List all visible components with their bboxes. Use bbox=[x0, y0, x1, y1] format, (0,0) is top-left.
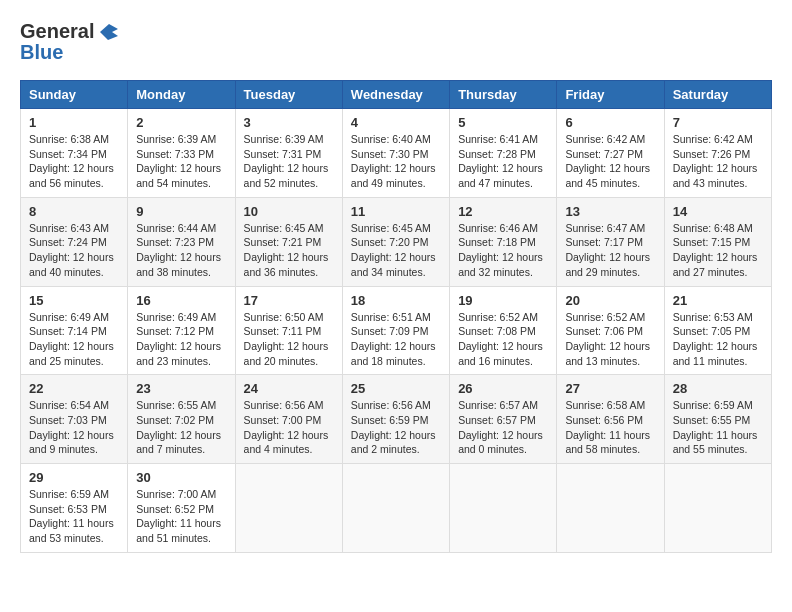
day-info: Sunrise: 6:56 AM Sunset: 7:00 PM Dayligh… bbox=[244, 398, 334, 457]
day-number: 17 bbox=[244, 293, 334, 308]
day-info: Sunrise: 6:45 AM Sunset: 7:20 PM Dayligh… bbox=[351, 221, 441, 280]
calendar-week-row: 15Sunrise: 6:49 AM Sunset: 7:14 PM Dayli… bbox=[21, 286, 772, 375]
day-info: Sunrise: 7:00 AM Sunset: 6:52 PM Dayligh… bbox=[136, 487, 226, 546]
calendar-day-cell: 24Sunrise: 6:56 AM Sunset: 7:00 PM Dayli… bbox=[235, 375, 342, 464]
page-header: General Blue bbox=[20, 20, 772, 64]
day-number: 15 bbox=[29, 293, 119, 308]
svg-marker-0 bbox=[100, 24, 118, 40]
day-info: Sunrise: 6:49 AM Sunset: 7:12 PM Dayligh… bbox=[136, 310, 226, 369]
logo-bird-icon bbox=[96, 22, 122, 42]
calendar-day-cell: 14Sunrise: 6:48 AM Sunset: 7:15 PM Dayli… bbox=[664, 197, 771, 286]
day-number: 19 bbox=[458, 293, 548, 308]
logo-general-text: General bbox=[20, 20, 94, 43]
day-info: Sunrise: 6:48 AM Sunset: 7:15 PM Dayligh… bbox=[673, 221, 763, 280]
calendar-week-row: 8Sunrise: 6:43 AM Sunset: 7:24 PM Daylig… bbox=[21, 197, 772, 286]
day-number: 25 bbox=[351, 381, 441, 396]
calendar-day-cell bbox=[664, 464, 771, 553]
day-number: 1 bbox=[29, 115, 119, 130]
calendar-day-cell: 20Sunrise: 6:52 AM Sunset: 7:06 PM Dayli… bbox=[557, 286, 664, 375]
calendar-day-cell: 22Sunrise: 6:54 AM Sunset: 7:03 PM Dayli… bbox=[21, 375, 128, 464]
day-number: 23 bbox=[136, 381, 226, 396]
calendar-day-cell: 21Sunrise: 6:53 AM Sunset: 7:05 PM Dayli… bbox=[664, 286, 771, 375]
calendar-week-row: 29Sunrise: 6:59 AM Sunset: 6:53 PM Dayli… bbox=[21, 464, 772, 553]
day-info: Sunrise: 6:41 AM Sunset: 7:28 PM Dayligh… bbox=[458, 132, 548, 191]
day-number: 9 bbox=[136, 204, 226, 219]
logo-blue-text: Blue bbox=[20, 41, 63, 64]
day-number: 22 bbox=[29, 381, 119, 396]
day-number: 8 bbox=[29, 204, 119, 219]
calendar-day-cell: 13Sunrise: 6:47 AM Sunset: 7:17 PM Dayli… bbox=[557, 197, 664, 286]
day-number: 3 bbox=[244, 115, 334, 130]
calendar-day-cell: 4Sunrise: 6:40 AM Sunset: 7:30 PM Daylig… bbox=[342, 109, 449, 198]
weekday-header: Thursday bbox=[450, 81, 557, 109]
day-number: 28 bbox=[673, 381, 763, 396]
calendar-day-cell: 26Sunrise: 6:57 AM Sunset: 6:57 PM Dayli… bbox=[450, 375, 557, 464]
day-info: Sunrise: 6:40 AM Sunset: 7:30 PM Dayligh… bbox=[351, 132, 441, 191]
calendar-day-cell: 28Sunrise: 6:59 AM Sunset: 6:55 PM Dayli… bbox=[664, 375, 771, 464]
day-info: Sunrise: 6:42 AM Sunset: 7:27 PM Dayligh… bbox=[565, 132, 655, 191]
calendar-day-cell bbox=[557, 464, 664, 553]
day-number: 11 bbox=[351, 204, 441, 219]
calendar-table: SundayMondayTuesdayWednesdayThursdayFrid… bbox=[20, 80, 772, 553]
calendar-day-cell: 25Sunrise: 6:56 AM Sunset: 6:59 PM Dayli… bbox=[342, 375, 449, 464]
day-info: Sunrise: 6:56 AM Sunset: 6:59 PM Dayligh… bbox=[351, 398, 441, 457]
calendar-day-cell: 6Sunrise: 6:42 AM Sunset: 7:27 PM Daylig… bbox=[557, 109, 664, 198]
day-number: 29 bbox=[29, 470, 119, 485]
calendar-day-cell: 18Sunrise: 6:51 AM Sunset: 7:09 PM Dayli… bbox=[342, 286, 449, 375]
calendar-day-cell bbox=[235, 464, 342, 553]
day-number: 27 bbox=[565, 381, 655, 396]
weekday-header: Tuesday bbox=[235, 81, 342, 109]
day-info: Sunrise: 6:47 AM Sunset: 7:17 PM Dayligh… bbox=[565, 221, 655, 280]
calendar-day-cell: 9Sunrise: 6:44 AM Sunset: 7:23 PM Daylig… bbox=[128, 197, 235, 286]
calendar-day-cell: 27Sunrise: 6:58 AM Sunset: 6:56 PM Dayli… bbox=[557, 375, 664, 464]
day-info: Sunrise: 6:39 AM Sunset: 7:33 PM Dayligh… bbox=[136, 132, 226, 191]
weekday-header: Sunday bbox=[21, 81, 128, 109]
calendar-day-cell: 12Sunrise: 6:46 AM Sunset: 7:18 PM Dayli… bbox=[450, 197, 557, 286]
day-number: 12 bbox=[458, 204, 548, 219]
calendar-header-row: SundayMondayTuesdayWednesdayThursdayFrid… bbox=[21, 81, 772, 109]
calendar-day-cell: 11Sunrise: 6:45 AM Sunset: 7:20 PM Dayli… bbox=[342, 197, 449, 286]
day-info: Sunrise: 6:59 AM Sunset: 6:55 PM Dayligh… bbox=[673, 398, 763, 457]
calendar-day-cell: 3Sunrise: 6:39 AM Sunset: 7:31 PM Daylig… bbox=[235, 109, 342, 198]
calendar-day-cell: 16Sunrise: 6:49 AM Sunset: 7:12 PM Dayli… bbox=[128, 286, 235, 375]
day-info: Sunrise: 6:39 AM Sunset: 7:31 PM Dayligh… bbox=[244, 132, 334, 191]
day-number: 2 bbox=[136, 115, 226, 130]
calendar-day-cell: 29Sunrise: 6:59 AM Sunset: 6:53 PM Dayli… bbox=[21, 464, 128, 553]
weekday-header: Monday bbox=[128, 81, 235, 109]
day-info: Sunrise: 6:38 AM Sunset: 7:34 PM Dayligh… bbox=[29, 132, 119, 191]
day-number: 13 bbox=[565, 204, 655, 219]
calendar-day-cell: 8Sunrise: 6:43 AM Sunset: 7:24 PM Daylig… bbox=[21, 197, 128, 286]
day-info: Sunrise: 6:59 AM Sunset: 6:53 PM Dayligh… bbox=[29, 487, 119, 546]
day-info: Sunrise: 6:54 AM Sunset: 7:03 PM Dayligh… bbox=[29, 398, 119, 457]
logo: General Blue bbox=[20, 20, 122, 64]
calendar-day-cell: 19Sunrise: 6:52 AM Sunset: 7:08 PM Dayli… bbox=[450, 286, 557, 375]
day-number: 30 bbox=[136, 470, 226, 485]
day-number: 24 bbox=[244, 381, 334, 396]
weekday-header: Friday bbox=[557, 81, 664, 109]
day-info: Sunrise: 6:43 AM Sunset: 7:24 PM Dayligh… bbox=[29, 221, 119, 280]
day-info: Sunrise: 6:46 AM Sunset: 7:18 PM Dayligh… bbox=[458, 221, 548, 280]
day-info: Sunrise: 6:42 AM Sunset: 7:26 PM Dayligh… bbox=[673, 132, 763, 191]
day-number: 20 bbox=[565, 293, 655, 308]
calendar-week-row: 1Sunrise: 6:38 AM Sunset: 7:34 PM Daylig… bbox=[21, 109, 772, 198]
calendar-day-cell bbox=[450, 464, 557, 553]
logo-row: General bbox=[20, 20, 122, 43]
day-info: Sunrise: 6:53 AM Sunset: 7:05 PM Dayligh… bbox=[673, 310, 763, 369]
calendar-day-cell: 17Sunrise: 6:50 AM Sunset: 7:11 PM Dayli… bbox=[235, 286, 342, 375]
calendar-day-cell: 30Sunrise: 7:00 AM Sunset: 6:52 PM Dayli… bbox=[128, 464, 235, 553]
day-number: 10 bbox=[244, 204, 334, 219]
weekday-header: Wednesday bbox=[342, 81, 449, 109]
day-number: 18 bbox=[351, 293, 441, 308]
day-info: Sunrise: 6:52 AM Sunset: 7:08 PM Dayligh… bbox=[458, 310, 548, 369]
day-info: Sunrise: 6:58 AM Sunset: 6:56 PM Dayligh… bbox=[565, 398, 655, 457]
day-number: 16 bbox=[136, 293, 226, 308]
day-info: Sunrise: 6:49 AM Sunset: 7:14 PM Dayligh… bbox=[29, 310, 119, 369]
calendar-week-row: 22Sunrise: 6:54 AM Sunset: 7:03 PM Dayli… bbox=[21, 375, 772, 464]
calendar-day-cell: 1Sunrise: 6:38 AM Sunset: 7:34 PM Daylig… bbox=[21, 109, 128, 198]
day-info: Sunrise: 6:55 AM Sunset: 7:02 PM Dayligh… bbox=[136, 398, 226, 457]
day-number: 14 bbox=[673, 204, 763, 219]
day-info: Sunrise: 6:45 AM Sunset: 7:21 PM Dayligh… bbox=[244, 221, 334, 280]
calendar-day-cell: 5Sunrise: 6:41 AM Sunset: 7:28 PM Daylig… bbox=[450, 109, 557, 198]
day-number: 5 bbox=[458, 115, 548, 130]
weekday-header: Saturday bbox=[664, 81, 771, 109]
